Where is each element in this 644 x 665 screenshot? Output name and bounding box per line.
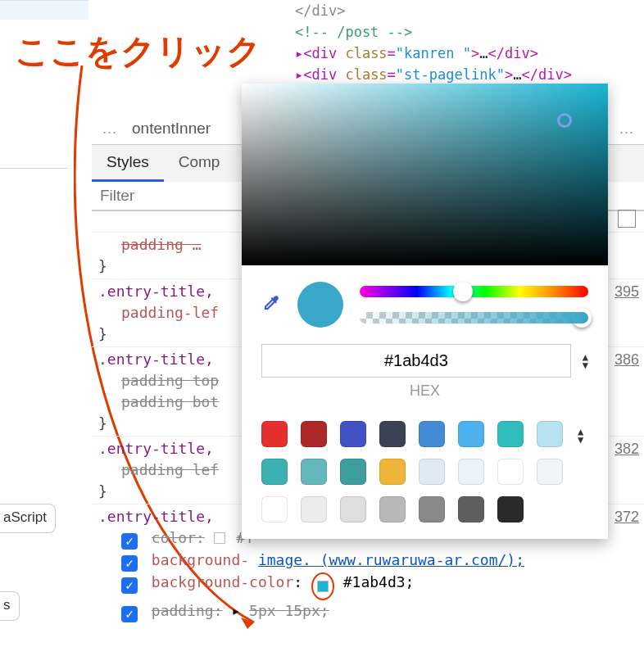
swatch[interactable]: [497, 459, 524, 485]
format-switcher-icon[interactable]: ▲▼: [583, 353, 588, 369]
swatch[interactable]: [497, 496, 524, 522]
swatch[interactable]: [458, 421, 484, 447]
swatch[interactable]: [340, 496, 366, 522]
swatch[interactable]: [419, 459, 445, 485]
sl-cursor[interactable]: [557, 113, 572, 128]
color-picker: ▲▼ HEX ▲▼: [242, 84, 608, 539]
left-partial-button-a[interactable]: aScript: [0, 504, 56, 533]
breadcrumb-dots[interactable]: …: [102, 120, 117, 138]
swatch[interactable]: [261, 421, 288, 447]
swatch[interactable]: [261, 496, 288, 522]
swatch[interactable]: [340, 459, 366, 485]
palette-switcher-icon[interactable]: ▲▼: [578, 428, 583, 444]
source-link[interactable]: 386: [615, 349, 639, 370]
swatch-grid: [261, 421, 563, 522]
prop-checkbox[interactable]: ✓: [121, 533, 138, 550]
swatch[interactable]: [301, 459, 327, 485]
saturation-lightness-field[interactable]: [242, 84, 608, 265]
left-partial-button-b[interactable]: s: [0, 591, 20, 621]
tab-computed[interactable]: Comp: [164, 145, 235, 182]
code-div-stpagelink[interactable]: ▸<div class="st-pagelink">…</div>: [295, 64, 572, 85]
breadcrumb-overflow[interactable]: …: [619, 120, 634, 138]
swatch[interactable]: [340, 421, 366, 447]
swatch[interactable]: [419, 421, 445, 447]
swatch[interactable]: [419, 496, 445, 522]
swatch[interactable]: [497, 421, 524, 447]
code-comment: <!-- /post -->: [295, 24, 412, 40]
format-label: HEX: [261, 382, 588, 400]
annotation-circle: [311, 572, 334, 600]
sidebar-gutter-a: [0, 0, 88, 20]
source-link[interactable]: 395: [615, 281, 639, 302]
swatch[interactable]: [458, 459, 484, 485]
html-source: </div> <!-- /post --> ▸<div class="kanre…: [295, 0, 572, 85]
alpha-slider[interactable]: [360, 312, 588, 323]
color-swatch-cyan[interactable]: [317, 581, 329, 592]
swatch[interactable]: [458, 496, 484, 522]
color-swatch-white[interactable]: [214, 532, 225, 544]
hex-input[interactable]: [261, 344, 571, 378]
swatch[interactable]: [379, 459, 406, 485]
color-preview: [297, 282, 343, 328]
source-link[interactable]: 382: [615, 438, 639, 459]
swatch[interactable]: [301, 421, 327, 447]
sidebar-gutter-b: [0, 168, 68, 188]
swatch[interactable]: [537, 459, 563, 485]
code-div-kanren[interactable]: ▸<div class="kanren ">…</div>: [295, 43, 572, 64]
prop-checkbox[interactable]: ✓: [121, 577, 138, 594]
annotation-text: ここをクリック: [15, 29, 261, 75]
hue-slider[interactable]: [360, 286, 588, 297]
prop-checkbox[interactable]: ✓: [121, 606, 138, 622]
tab-styles[interactable]: Styles: [92, 145, 164, 182]
alpha-thumb[interactable]: [572, 308, 592, 328]
swatch[interactable]: [261, 459, 288, 485]
toggle-element-state-icon[interactable]: [618, 210, 636, 228]
hue-thumb[interactable]: [453, 282, 473, 301]
swatch[interactable]: [301, 496, 327, 522]
swatch[interactable]: [379, 421, 406, 447]
eyedropper-icon[interactable]: [261, 293, 281, 317]
code-closing-div: </div>: [295, 2, 345, 19]
swatch[interactable]: [379, 496, 406, 522]
swatch[interactable]: [537, 421, 563, 447]
prop-checkbox[interactable]: ✓: [121, 555, 138, 572]
breadcrumb-item[interactable]: ontentInner: [132, 120, 211, 138]
source-link[interactable]: 372: [615, 506, 639, 527]
